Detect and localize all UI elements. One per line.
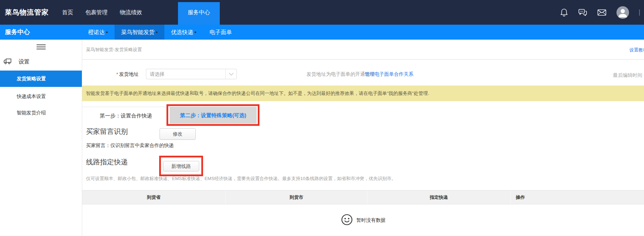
main-content: 菜鸟智能发货-发货策略设置 设置教程 *发货地址 请选择 发货地址为电子面单的开…	[82, 40, 644, 236]
modify-button[interactable]: 修改	[160, 128, 196, 140]
last-edit-time-label: 最后编辑时间	[613, 72, 642, 79]
app-logo: 菜鸟物流管家	[5, 0, 49, 25]
subnav-item-preferred-express[interactable]: 优选快递•	[164, 25, 203, 40]
col-header-designated-express: 指定快递	[367, 190, 510, 204]
add-route-button[interactable]: 新增线路	[163, 161, 199, 171]
dot-badge: •	[106, 29, 108, 35]
sidebar-item-express-cost[interactable]: 快递成本设置	[0, 88, 82, 105]
nav-item-package-management[interactable]: 包裹管理	[85, 0, 108, 25]
manage-waybill-link[interactable]: 管理电子面单合作关系	[365, 71, 413, 78]
route-express-section-title: 线路指定快递	[86, 157, 128, 167]
tab-step2-special-strategy-active[interactable]: 第二步：设置特殊策略(可选)	[170, 107, 257, 124]
top-nav-menu: 首页 包裹管理 物流绩效 服务中心	[49, 0, 220, 25]
subnav-title: 服务中心	[5, 25, 30, 40]
topbar-separator	[639, 9, 640, 16]
setup-tutorial-link[interactable]: 设置教程	[629, 47, 644, 53]
subnav-item-e-waybill[interactable]: 电子面单	[203, 25, 239, 40]
notice-banner: 智能发货基于电子面单的开通地址来选择最优快递和取号，请确保合作的快递公司在同一地…	[82, 86, 644, 101]
routes-table-header: 到货省 到货市 指定快递 操作	[82, 190, 644, 204]
col-header-arrival-city: 到货市	[225, 190, 367, 204]
chat-icon[interactable]	[578, 8, 587, 17]
chevron-down-icon	[225, 69, 236, 79]
subnav-menu: 橙诺达• 菜鸟智能发货• 优选快递• 电子面单	[82, 25, 239, 40]
breadcrumb: 菜鸟智能发货-发货策略设置	[86, 40, 142, 60]
shipping-address-label: *发货地址	[116, 71, 139, 78]
route-express-desc: 仅可设置顺丰、邮政小包、邮政标准快递、EMS标准快递、EMS经济快递，需要先设置…	[86, 176, 396, 182]
sub-navbar: 服务中心 橙诺达• 菜鸟智能发货• 优选快递• 电子面单	[0, 25, 644, 40]
sidebar-group-settings[interactable]: 设置	[0, 55, 82, 69]
mail-icon[interactable]	[597, 9, 606, 16]
breadcrumb-row: 菜鸟智能发货-发货策略设置 设置教程	[82, 40, 644, 60]
nav-item-logistics-performance[interactable]: 物流绩效	[120, 0, 142, 25]
empty-state-text: 暂时没有数据	[356, 217, 386, 223]
buyer-message-section-title: 买家留言识别	[86, 127, 128, 136]
subnav-item-chengnuoda[interactable]: 橙诺达•	[82, 25, 115, 40]
sidebar-collapse-toggle[interactable]	[0, 40, 82, 54]
sidebar-group-label: 设置	[18, 58, 30, 66]
subnav-item-smart-shipping-active[interactable]: 菜鸟智能发货•	[115, 25, 164, 40]
shipping-address-select[interactable]: 请选择	[146, 69, 237, 79]
tab-step1-cooperative-express[interactable]: 第一步：设置合作快递	[82, 107, 170, 124]
smiley-icon	[341, 213, 353, 227]
buyer-message-desc: 买家留言：仅识别留言中卖家合作的快递	[86, 143, 174, 149]
app-window: 菜鸟物流管家 首页 包裹管理 物流绩效 服务中心 服务中心 橙诺	[0, 0, 644, 236]
nav-item-home[interactable]: 首页	[62, 0, 73, 25]
col-header-actions: 操作	[510, 190, 644, 204]
select-placeholder: 请选择	[150, 69, 164, 79]
step-tabs: 第一步：设置合作快递 第二步：设置特殊策略(可选)	[82, 107, 644, 124]
hamburger-icon	[37, 43, 46, 51]
sidebar: 设置 发货策略设置 快递成本设置 智能发货介绍	[0, 40, 82, 236]
nav-item-service-center-active[interactable]: 服务中心	[178, 2, 220, 25]
truck-icon	[3, 58, 11, 66]
col-header-arrival-province: 到货省	[82, 190, 225, 204]
topbar-icons	[560, 0, 644, 25]
user-avatar[interactable]	[616, 6, 629, 19]
dot-badge: •	[194, 29, 196, 35]
top-navbar: 菜鸟物流管家 首页 包裹管理 物流绩效 服务中心	[0, 0, 644, 25]
sidebar-item-shipping-strategy-active[interactable]: 发货策略设置	[0, 71, 82, 87]
bell-icon[interactable]	[560, 8, 568, 17]
sidebar-item-smart-shipping-intro[interactable]: 智能发货介绍	[0, 105, 82, 121]
shipping-address-form-row: *发货地址 请选择 发货地址为电子面单的开通地址 管理电子面单合作关系 最后编辑…	[82, 69, 644, 79]
table-empty-state: 暂时没有数据	[82, 204, 644, 236]
dot-badge: •	[156, 29, 158, 35]
required-asterisk: *	[116, 72, 118, 77]
